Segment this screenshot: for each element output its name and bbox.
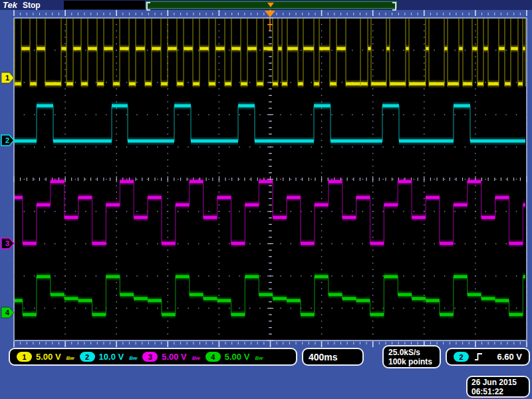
svg-text:3: 3	[5, 239, 9, 247]
trigger-source-badge: 2	[454, 352, 469, 362]
channel-3-scale: 5.00 V	[162, 352, 187, 362]
bandwidth-limit-icon: Bw	[66, 355, 74, 361]
svg-text:2: 2	[5, 136, 9, 144]
channel-2-scale: 10.0 V	[99, 352, 124, 362]
channel-readouts-box: 1 5.00 V Bw 2 10.0 V Bw 3 5.00 V Bw 4 5.…	[9, 348, 297, 366]
svg-text:4: 4	[5, 309, 10, 317]
rising-edge-icon	[474, 352, 483, 361]
channel-3-badge[interactable]: 3	[142, 352, 158, 362]
trigger-level-value: 6.60 V	[497, 352, 522, 362]
sample-rate-value: 25.0kS/s	[388, 348, 435, 357]
record-view-left-bracket-icon	[146, 2, 150, 11]
record-view-right-bracket-icon	[392, 2, 396, 11]
record-view-bar[interactable]	[146, 1, 397, 9]
channel-4-scale: 5.00 V	[225, 352, 250, 362]
timebase-box[interactable]: 400ms	[302, 348, 364, 366]
sample-rate-box[interactable]: 25.0kS/s 100k points	[382, 345, 441, 368]
channel-4-badge[interactable]: 4	[205, 352, 221, 362]
bandwidth-limit-icon: Bw	[192, 355, 200, 361]
oscilloscope-screen: 1234 Tek Stop 1 5.00 V Bw 2 10.0 V Bw 3 …	[0, 0, 532, 399]
bandwidth-limit-icon: Bw	[255, 355, 263, 361]
datetime-box: 26 Jun 2015 06:51:22	[466, 376, 530, 398]
trigger-readout-box[interactable]: 2 6.60 V	[446, 348, 530, 366]
channel-1-scale: 5.00 V	[36, 352, 61, 362]
date-value: 26 Jun 2015	[471, 378, 525, 387]
bandwidth-limit-icon: Bw	[129, 355, 137, 361]
trigger-position-icon[interactable]	[267, 3, 274, 7]
top-bar: Tek Stop	[0, 0, 532, 10]
time-value: 06:51:22	[471, 387, 525, 396]
record-length-value: 100k points	[388, 357, 435, 366]
tek-logo: Tek	[3, 0, 17, 10]
channel-1-badge[interactable]: 1	[17, 352, 32, 362]
timebase-value: 400ms	[309, 352, 338, 362]
acquisition-status-rect	[64, 1, 145, 9]
waveform-display: 1234	[0, 0, 532, 399]
svg-text:1: 1	[5, 74, 9, 82]
acquisition-state-label: Stop	[23, 1, 41, 10]
channel-2-badge[interactable]: 2	[80, 352, 95, 362]
